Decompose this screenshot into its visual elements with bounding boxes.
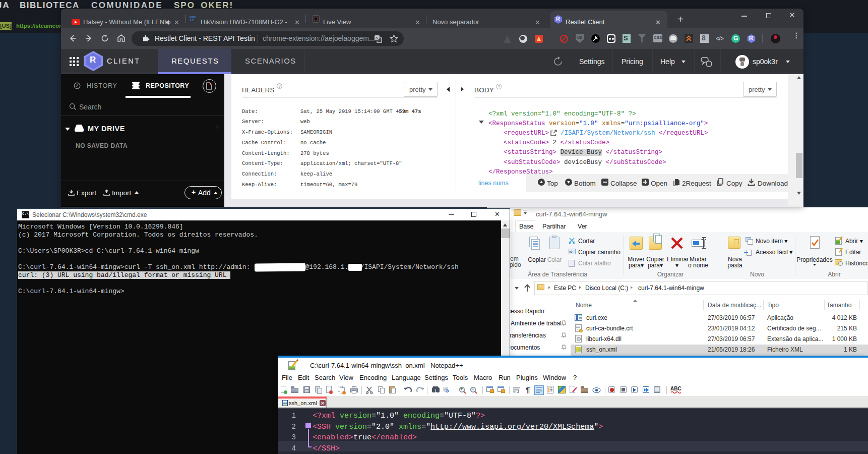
svg-text:a: a: [376, 36, 378, 40]
